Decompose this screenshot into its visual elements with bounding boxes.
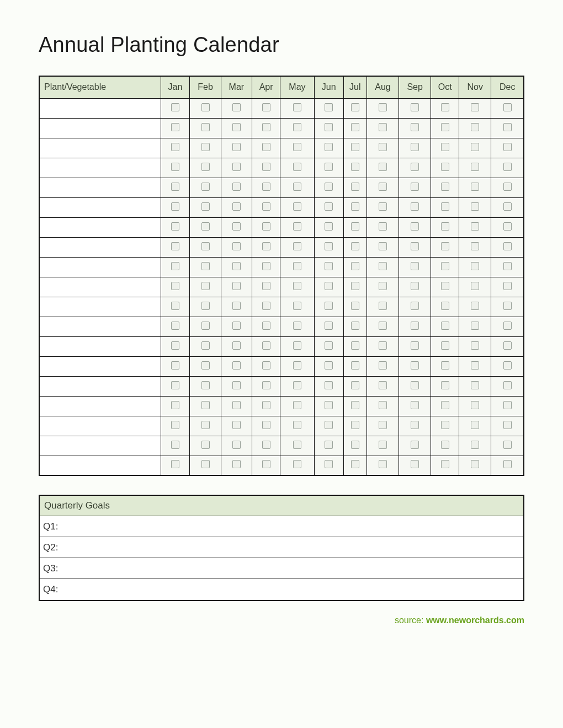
checkbox-icon[interactable] <box>293 103 301 111</box>
checkbox-icon[interactable] <box>262 163 270 171</box>
checkbox-icon[interactable] <box>201 421 210 429</box>
checkbox-icon[interactable] <box>232 123 241 131</box>
checkbox-icon[interactable] <box>262 401 270 409</box>
checkbox-icon[interactable] <box>232 441 241 449</box>
checkbox-icon[interactable] <box>411 341 419 350</box>
checkbox-icon[interactable] <box>411 262 419 270</box>
checkbox-icon[interactable] <box>351 242 359 250</box>
checkbox-icon[interactable] <box>232 421 241 429</box>
checkbox-icon[interactable] <box>351 341 359 350</box>
checkbox-icon[interactable] <box>379 143 387 151</box>
checkbox-icon[interactable] <box>262 262 270 270</box>
plant-name-cell[interactable] <box>39 138 161 158</box>
checkbox-icon[interactable] <box>379 401 387 409</box>
checkbox-icon[interactable] <box>325 421 333 429</box>
checkbox-icon[interactable] <box>379 183 387 191</box>
checkbox-icon[interactable] <box>325 341 333 350</box>
checkbox-icon[interactable] <box>411 361 419 370</box>
checkbox-icon[interactable] <box>171 143 179 151</box>
checkbox-icon[interactable] <box>201 202 210 211</box>
checkbox-icon[interactable] <box>471 322 479 330</box>
checkbox-icon[interactable] <box>293 361 301 370</box>
checkbox-icon[interactable] <box>293 143 301 151</box>
plant-name-cell[interactable] <box>39 317 161 336</box>
checkbox-icon[interactable] <box>503 381 512 389</box>
checkbox-icon[interactable] <box>171 242 179 250</box>
checkbox-icon[interactable] <box>325 441 333 449</box>
checkbox-icon[interactable] <box>503 441 512 449</box>
checkbox-icon[interactable] <box>441 242 449 250</box>
plant-name-cell[interactable] <box>39 456 161 475</box>
checkbox-icon[interactable] <box>201 143 210 151</box>
checkbox-icon[interactable] <box>325 460 333 468</box>
checkbox-icon[interactable] <box>441 441 449 449</box>
checkbox-icon[interactable] <box>471 123 479 131</box>
checkbox-icon[interactable] <box>293 302 301 310</box>
plant-name-cell[interactable] <box>39 436 161 456</box>
checkbox-icon[interactable] <box>351 282 359 290</box>
checkbox-icon[interactable] <box>379 341 387 350</box>
plant-name-cell[interactable] <box>39 376 161 396</box>
checkbox-icon[interactable] <box>171 202 179 211</box>
checkbox-icon[interactable] <box>262 242 270 250</box>
goal-input[interactable] <box>65 583 520 596</box>
checkbox-icon[interactable] <box>441 401 449 409</box>
checkbox-icon[interactable] <box>351 103 359 111</box>
checkbox-icon[interactable] <box>411 143 419 151</box>
checkbox-icon[interactable] <box>411 401 419 409</box>
checkbox-icon[interactable] <box>293 341 301 350</box>
checkbox-icon[interactable] <box>262 202 270 211</box>
checkbox-icon[interactable] <box>379 381 387 389</box>
checkbox-icon[interactable] <box>503 242 512 250</box>
checkbox-icon[interactable] <box>471 381 479 389</box>
checkbox-icon[interactable] <box>503 341 512 350</box>
checkbox-icon[interactable] <box>351 460 359 468</box>
goal-input[interactable] <box>65 562 520 575</box>
checkbox-icon[interactable] <box>262 123 270 131</box>
checkbox-icon[interactable] <box>379 242 387 250</box>
checkbox-icon[interactable] <box>293 421 301 429</box>
checkbox-icon[interactable] <box>503 421 512 429</box>
checkbox-icon[interactable] <box>503 262 512 270</box>
checkbox-icon[interactable] <box>325 103 333 111</box>
checkbox-icon[interactable] <box>503 282 512 290</box>
checkbox-icon[interactable] <box>325 322 333 330</box>
checkbox-icon[interactable] <box>379 460 387 468</box>
checkbox-icon[interactable] <box>411 222 419 231</box>
checkbox-icon[interactable] <box>232 163 241 171</box>
checkbox-icon[interactable] <box>232 262 241 270</box>
checkbox-icon[interactable] <box>471 183 479 191</box>
checkbox-icon[interactable] <box>351 361 359 370</box>
checkbox-icon[interactable] <box>201 401 210 409</box>
checkbox-icon[interactable] <box>503 103 512 111</box>
checkbox-icon[interactable] <box>171 341 179 350</box>
checkbox-icon[interactable] <box>351 222 359 231</box>
checkbox-icon[interactable] <box>325 361 333 370</box>
plant-name-cell[interactable] <box>39 416 161 436</box>
checkbox-icon[interactable] <box>325 242 333 250</box>
checkbox-icon[interactable] <box>503 123 512 131</box>
checkbox-icon[interactable] <box>441 123 449 131</box>
checkbox-icon[interactable] <box>293 401 301 409</box>
checkbox-icon[interactable] <box>351 401 359 409</box>
checkbox-icon[interactable] <box>262 381 270 389</box>
checkbox-icon[interactable] <box>351 262 359 270</box>
checkbox-icon[interactable] <box>293 322 301 330</box>
checkbox-icon[interactable] <box>351 123 359 131</box>
plant-name-cell[interactable] <box>39 356 161 376</box>
checkbox-icon[interactable] <box>471 460 479 468</box>
checkbox-icon[interactable] <box>441 341 449 350</box>
checkbox-icon[interactable] <box>293 163 301 171</box>
checkbox-icon[interactable] <box>471 262 479 270</box>
checkbox-icon[interactable] <box>293 460 301 468</box>
checkbox-icon[interactable] <box>171 302 179 310</box>
checkbox-icon[interactable] <box>325 282 333 290</box>
checkbox-icon[interactable] <box>262 441 270 449</box>
checkbox-icon[interactable] <box>379 163 387 171</box>
checkbox-icon[interactable] <box>293 222 301 231</box>
checkbox-icon[interactable] <box>201 222 210 231</box>
checkbox-icon[interactable] <box>171 282 179 290</box>
checkbox-icon[interactable] <box>293 381 301 389</box>
checkbox-icon[interactable] <box>293 242 301 250</box>
checkbox-icon[interactable] <box>351 163 359 171</box>
